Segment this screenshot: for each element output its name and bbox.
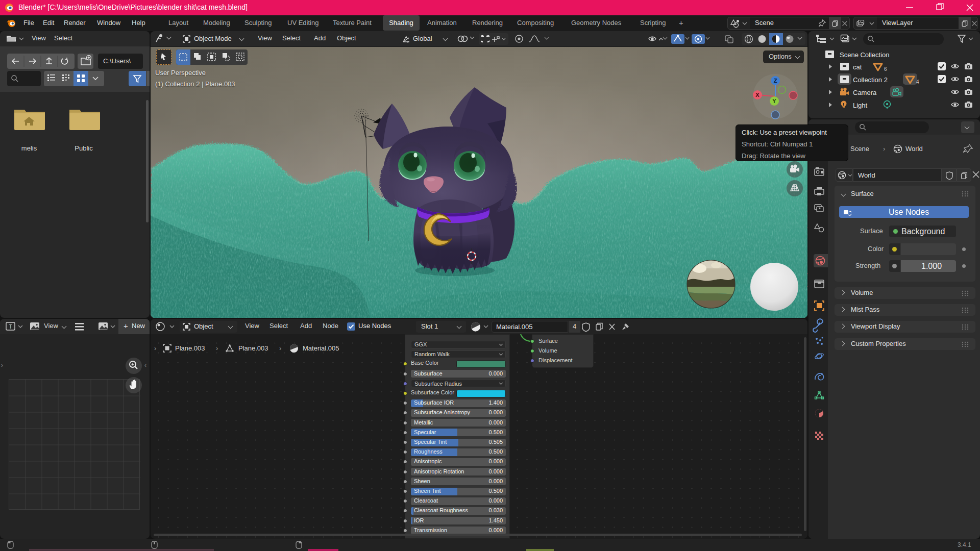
svg-text:Light: Light xyxy=(853,102,868,109)
svg-text:6: 6 xyxy=(884,66,887,72)
svg-text:T: T xyxy=(9,324,12,330)
svg-text:Z: Z xyxy=(774,78,777,84)
svg-text:cat: cat xyxy=(853,63,862,71)
svg-text:Collection 2: Collection 2 xyxy=(853,76,888,84)
svg-text:X: X xyxy=(755,92,760,98)
svg-text:Camera: Camera xyxy=(853,89,877,96)
svg-text:4: 4 xyxy=(916,79,919,85)
svg-text:Scene Collection: Scene Collection xyxy=(840,51,890,59)
svg-text:Y: Y xyxy=(772,98,776,104)
